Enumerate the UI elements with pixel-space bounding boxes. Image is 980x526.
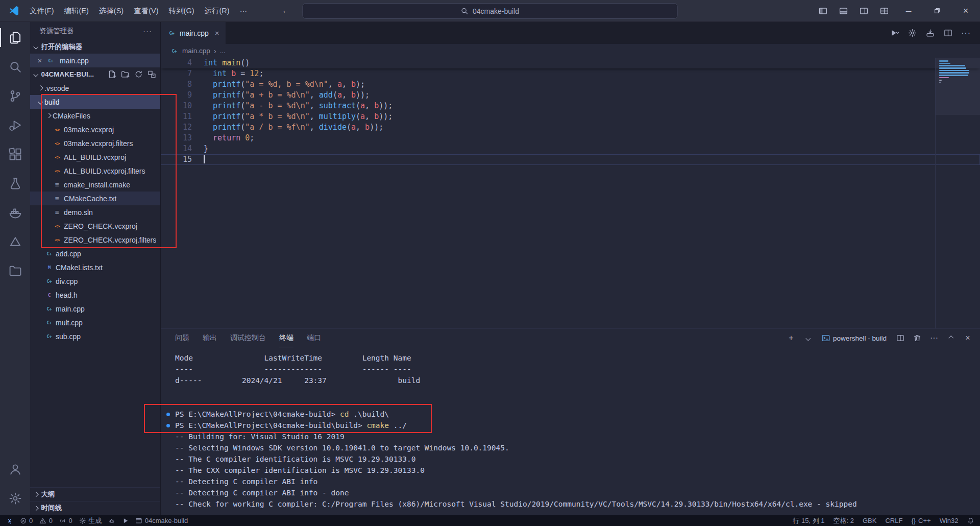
open-editors-section[interactable]: 打开的编辑器: [30, 40, 160, 54]
language-mode[interactable]: {}C++: [911, 517, 930, 524]
toggle-secondary-sidebar-icon[interactable]: [853, 0, 874, 21]
tree-item-03make-vcxproj[interactable]: <>03make.vcxproj: [30, 123, 160, 136]
activitybar-run-debug[interactable]: [0, 110, 30, 139]
menu-run[interactable]: 运行(R): [199, 4, 234, 18]
tree-item-head-h[interactable]: Chead.h: [30, 288, 160, 302]
breadcrumb[interactable]: C+ main.cpp › ...: [161, 44, 980, 58]
close-editor-icon[interactable]: ×: [36, 56, 43, 65]
more-actions-icon[interactable]: ···: [961, 29, 971, 38]
download-icon[interactable]: [925, 29, 935, 38]
tree-item-cmakelists-txt[interactable]: MCMakeLists.txt: [30, 260, 160, 274]
terminal-output[interactable]: Mode LastWriteTime Length Name---- -----…: [161, 347, 980, 515]
new-terminal-button[interactable]: +: [786, 333, 796, 343]
tree-item-mult-cpp[interactable]: C+mult.cpp: [30, 316, 160, 329]
tree-item-sub-cpp[interactable]: C+sub.cpp: [30, 329, 160, 343]
close-window-button[interactable]: ×: [951, 0, 980, 21]
activitybar-testing[interactable]: [0, 169, 30, 198]
tree-item-zero-check-vcxproj-filters[interactable]: <>ZERO_CHECK.vcxproj.filters: [30, 233, 160, 247]
cmake-build-button[interactable]: 生成: [79, 516, 102, 525]
activitybar-account[interactable]: [0, 455, 30, 484]
eol[interactable]: CRLF: [885, 517, 902, 524]
tree-item-cmakecache-txt[interactable]: ≡CMakeCache.txt: [30, 192, 160, 205]
menu-selection[interactable]: 选择(S): [94, 4, 129, 18]
minimize-button[interactable]: ─: [894, 0, 923, 21]
menu-goto[interactable]: 转到(G): [164, 4, 200, 18]
new-file-icon[interactable]: [108, 70, 116, 79]
cmake-run-button[interactable]: [122, 517, 129, 524]
menu-edit[interactable]: 编辑(E): [59, 4, 94, 18]
kill-terminal-icon[interactable]: [912, 333, 922, 343]
forwarded-ports[interactable]: 0: [59, 517, 72, 524]
run-button[interactable]: [890, 29, 899, 38]
minimap[interactable]: [935, 58, 980, 328]
indentation[interactable]: 空格: 2: [833, 516, 853, 525]
menu-view[interactable]: 查看(V): [129, 4, 163, 18]
activitybar-docker[interactable]: [0, 198, 30, 227]
toggle-sidebar-icon[interactable]: [813, 0, 833, 21]
cursor-position[interactable]: 行 15, 列 1: [793, 516, 824, 525]
maximize-panel-icon[interactable]: [946, 333, 956, 343]
code-editor[interactable]: 4int main()7 int b = 12;8 printf("a = %d…: [161, 58, 980, 328]
activitybar-explorer[interactable]: [0, 23, 30, 52]
code-line-12[interactable]: 12 printf("a / b = %f\n", divide(a, b));: [161, 122, 980, 133]
back-button[interactable]: ←: [282, 6, 290, 16]
sidebar-more-actions-icon[interactable]: ···: [143, 27, 152, 35]
close-tab-icon[interactable]: ×: [215, 29, 219, 37]
terminal-list-entry[interactable]: powershell - build: [820, 333, 889, 343]
terminal-dropdown-icon[interactable]: [803, 333, 813, 343]
panel-tab-debug-console[interactable]: 调试控制台: [230, 329, 266, 347]
open-editor-row[interactable]: × C+ main.cpp: [30, 54, 160, 67]
activitybar-source-control[interactable]: [0, 81, 30, 110]
activitybar-settings-gear[interactable]: [0, 484, 30, 513]
cmake-debug-button[interactable]: [108, 517, 115, 524]
collapse-all-icon[interactable]: [148, 70, 156, 79]
code-line-15[interactable]: 15: [161, 154, 980, 165]
code-line-13[interactable]: 13 return 0;: [161, 133, 980, 144]
tree-item-demo-sln[interactable]: ≡demo.sln: [30, 205, 160, 219]
errors-count[interactable]: 0: [20, 517, 33, 524]
customize-layout-icon[interactable]: [874, 0, 894, 21]
folder-section-header[interactable]: 04CMAKE-BUI...: [30, 67, 160, 81]
tree-item-all-build-vcxproj[interactable]: <>ALL_BUILD.vcxproj: [30, 150, 160, 164]
code-line-7[interactable]: 7 int b = 12;: [161, 68, 980, 79]
notifications-bell[interactable]: [967, 517, 974, 524]
tree-item-03make-vcxproj-filters[interactable]: <>03make.vcxproj.filters: [30, 136, 160, 150]
section-outline[interactable]: 大纲: [30, 487, 160, 501]
panel-tab-problems[interactable]: 问题: [175, 329, 189, 347]
command-center-search[interactable]: 04cmake-build: [303, 3, 678, 19]
code-line-9[interactable]: 9 printf("a + b = %d\n", add(a, b));: [161, 90, 980, 101]
refresh-icon[interactable]: [134, 70, 143, 79]
tree-item-cmakefiles[interactable]: CMakeFiles: [30, 109, 160, 123]
code-line-11[interactable]: 11 printf("a * b = %d\n", multiply(a, b)…: [161, 111, 980, 122]
activitybar-extensions[interactable]: [0, 139, 30, 169]
encoding[interactable]: GBK: [863, 517, 876, 524]
panel-tab-output[interactable]: 输出: [203, 329, 217, 347]
toggle-panel-icon[interactable]: [833, 0, 853, 21]
tree-item-build[interactable]: build: [30, 95, 160, 109]
tree-item-zero-check-vcxproj[interactable]: <>ZERO_CHECK.vcxproj: [30, 219, 160, 233]
remote-indicator[interactable]: [6, 517, 13, 524]
panel-tab-terminal[interactable]: 终端: [279, 329, 293, 347]
code-line-14[interactable]: 14}: [161, 144, 980, 154]
tree-item-cmake-install-cmake[interactable]: ≡cmake_install.cmake: [30, 178, 160, 192]
tree-item-all-build-vcxproj-filters[interactable]: <>ALL_BUILD.vcxproj.filters: [30, 164, 160, 178]
settings-gear-icon[interactable]: [908, 29, 917, 38]
code-line-10[interactable]: 10 printf("a - b = %d\n", subtract(a, b)…: [161, 101, 980, 111]
new-folder-icon[interactable]: [121, 70, 130, 79]
activitybar-search[interactable]: [0, 52, 30, 81]
split-editor-icon[interactable]: [943, 29, 952, 38]
activitybar-project-folder[interactable]: [0, 256, 30, 285]
restore-button[interactable]: [923, 0, 951, 21]
tab-main-cpp[interactable]: C+ main.cpp ×: [161, 22, 226, 44]
code-line-4[interactable]: 4int main(): [161, 58, 980, 68]
menu-more[interactable]: ···: [235, 4, 253, 17]
menu-file[interactable]: 文件(F): [24, 4, 59, 18]
tree-item-main-cpp[interactable]: C+main.cpp: [30, 302, 160, 316]
panel-tab-ports[interactable]: 端口: [307, 329, 321, 347]
tree-item-div-cpp[interactable]: C+div.cpp: [30, 274, 160, 288]
panel-more-actions-icon[interactable]: ···: [929, 333, 939, 343]
section-timeline[interactable]: 时间线: [30, 501, 160, 515]
close-panel-icon[interactable]: ×: [963, 333, 973, 343]
warnings-count[interactable]: 0: [39, 517, 53, 524]
split-terminal-icon[interactable]: [895, 333, 905, 343]
